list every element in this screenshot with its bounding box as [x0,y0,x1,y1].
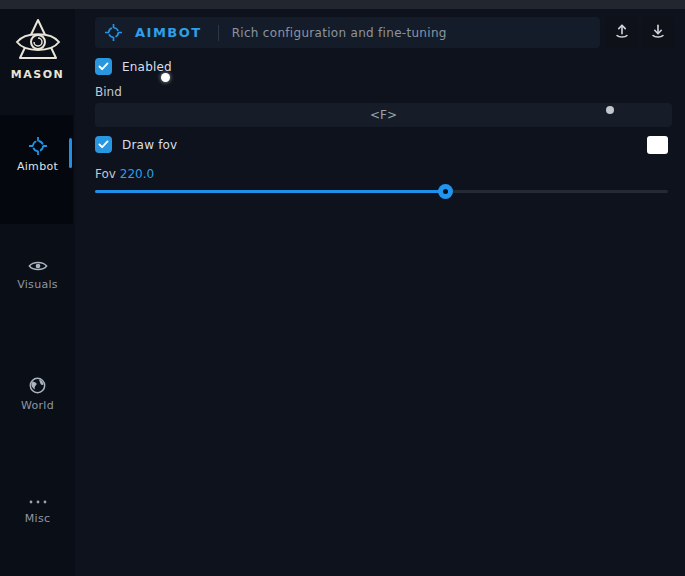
sidebar: MASON Aimbot V [0,9,75,576]
app-logo: MASON [0,17,75,81]
main-panel: AIMBOT Rich configuration and fine-tunin… [75,9,685,576]
fov-slider-fill [95,190,445,193]
checkmark-icon [98,140,109,149]
logo-title: MASON [0,68,75,81]
all-seeing-eye-pyramid-icon [0,17,75,65]
crosshair-icon [0,137,75,155]
input-indicator-dot [606,106,614,114]
mouse-cursor-dot [161,73,170,82]
crosshair-icon [105,24,122,41]
app-window: MASON Aimbot V [0,0,685,576]
bind-keybind-input[interactable]: <F> [95,103,672,127]
sidebar-item-misc[interactable]: Misc [0,497,75,525]
download-config-button[interactable] [642,17,674,48]
sidebar-item-label: Visuals [0,278,75,291]
section-subtitle: Rich configuration and fine-tuning [232,26,447,40]
section-header: AIMBOT Rich configuration and fine-tunin… [95,17,600,48]
fov-label-row: Fov 220.0 [95,167,154,181]
fov-slider-handle[interactable] [438,184,453,199]
ellipsis-icon [0,497,75,507]
bind-value: <F> [370,108,397,122]
section-title: AIMBOT [135,25,202,40]
header-separator [218,25,219,41]
sidebar-item-world[interactable]: World [0,377,75,412]
upload-icon [613,22,631,44]
window-top-strip [0,0,685,9]
fov-label: Fov [95,167,116,181]
eye-icon [0,259,75,273]
sidebar-item-aimbot[interactable]: Aimbot [0,137,75,173]
upload-config-button[interactable] [606,17,638,48]
sidebar-item-label: Misc [0,512,75,525]
bind-label: Bind [95,85,122,99]
draw-fov-label: Draw fov [122,138,177,152]
sidebar-item-visuals[interactable]: Visuals [0,259,75,291]
globe-icon [0,377,75,394]
draw-fov-checkbox[interactable] [95,136,112,153]
checkmark-icon [98,62,109,71]
fov-slider[interactable] [95,183,668,199]
sidebar-item-label: World [0,399,75,412]
enabled-checkbox[interactable] [95,58,112,75]
download-icon [649,22,667,44]
fov-color-swatch[interactable] [647,136,668,154]
enabled-label: Enabled [122,60,172,74]
sidebar-item-label: Aimbot [0,160,75,173]
fov-value: 220.0 [120,167,154,181]
